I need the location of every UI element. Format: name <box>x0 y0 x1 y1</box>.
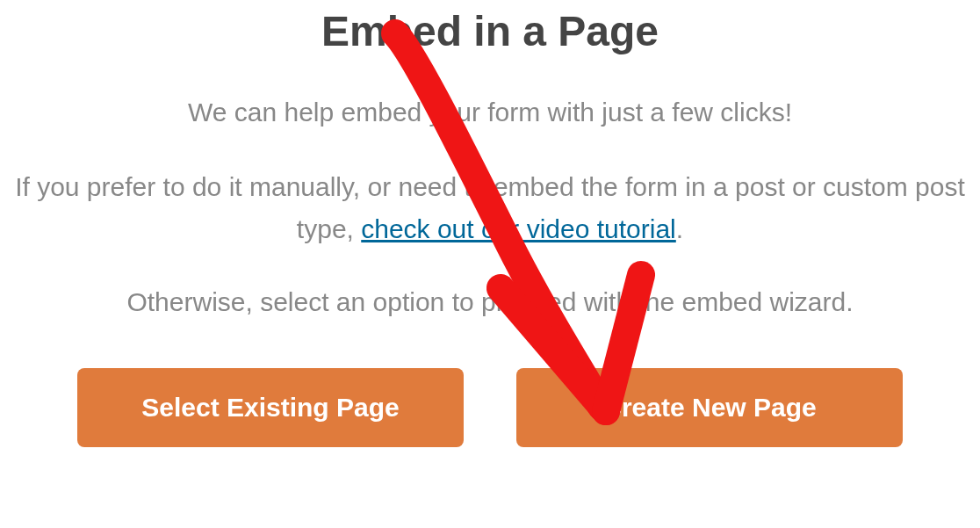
paragraph-suffix: . <box>676 214 683 243</box>
video-tutorial-link[interactable]: check out our video tutorial <box>361 214 676 243</box>
modal-subtitle: We can help embed your form with just a … <box>188 98 792 127</box>
modal-paragraph-wizard: Otherwise, select an option to proceed w… <box>126 287 853 317</box>
button-row: Select Existing Page Create New Page <box>77 368 903 447</box>
modal-paragraph-manual: If you prefer to do it manually, or need… <box>0 166 980 250</box>
select-existing-page-button[interactable]: Select Existing Page <box>77 368 464 447</box>
create-new-page-button[interactable]: Create New Page <box>516 368 903 447</box>
modal-title: Embed in a Page <box>321 7 659 55</box>
